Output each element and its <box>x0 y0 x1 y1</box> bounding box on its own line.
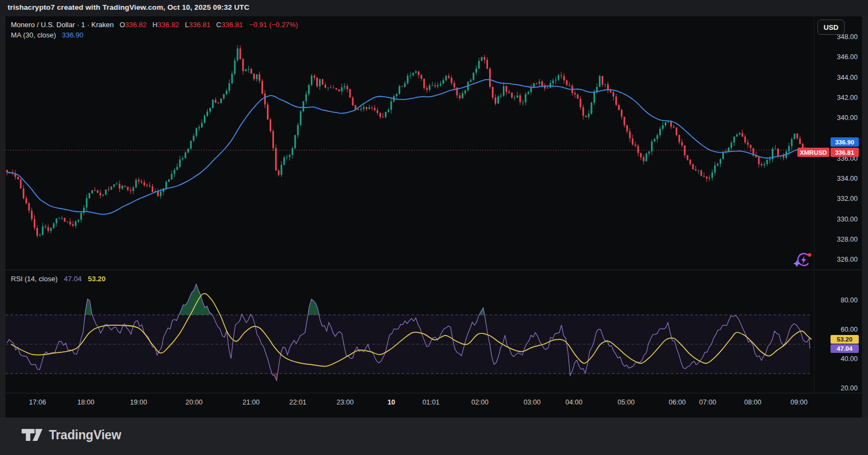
time-tick-label: 10 <box>388 399 395 406</box>
price-tick-label: 328.00 <box>837 236 858 243</box>
time-tick-label: 17:06 <box>29 399 46 406</box>
rsi-value: 47.04 <box>64 275 82 283</box>
attribution-text: trishacrypto7 created with TradingView.c… <box>8 3 249 11</box>
price-tick-label: 330.00 <box>837 216 858 223</box>
time-tick-label: 22:01 <box>289 399 306 406</box>
high-value: 336.82 <box>158 21 179 29</box>
time-tick-label: 18:00 <box>77 399 94 406</box>
rsi-badge: 47.04 <box>830 344 859 353</box>
ma-price-badge: 336.90 <box>830 137 859 147</box>
ai-assistant-icon[interactable] <box>792 250 813 269</box>
time-tick-label: 01:01 <box>422 399 439 406</box>
price-tick-label: 342.00 <box>837 94 858 102</box>
rsi-overbought-fill <box>179 284 212 315</box>
price-tick-label: 334.00 <box>837 175 858 182</box>
time-tick-label: 20:00 <box>185 399 202 406</box>
chart-panel: 348.00346.00344.00342.00340.00336.00334.… <box>5 16 862 418</box>
symbol-price-tag: XMRUSD <box>797 148 829 157</box>
ai-icon-dot <box>808 253 811 256</box>
ma-value: 336.90 <box>62 31 84 39</box>
close-value: 336.81 <box>221 21 243 29</box>
lightning-bolt-icon <box>801 256 806 264</box>
last-price-badge: 336.81 <box>830 148 859 157</box>
price-pane[interactable] <box>5 45 810 238</box>
rsi-ma-value: 53.20 <box>88 275 106 283</box>
time-tick-label: 02:00 <box>471 399 488 406</box>
rsi-tick-label: 20.00 <box>841 384 858 392</box>
high-label: H <box>152 21 157 29</box>
time-tick-label: 21:00 <box>242 399 259 406</box>
rsi-label: RSI (14, close) <box>11 275 58 283</box>
tradingview-logo[interactable]: TradingView <box>21 427 121 443</box>
rsi-tick-label: 40.00 <box>841 355 858 363</box>
rsi-pane[interactable] <box>5 284 811 381</box>
footer-bar: TradingView <box>0 418 868 455</box>
change-value: −0.91 (−0.27%) <box>249 21 298 29</box>
tradingview-wordmark: TradingView <box>49 428 121 443</box>
price-tick-label: 326.00 <box>837 256 858 263</box>
currency-toggle-button[interactable]: USD <box>817 20 845 35</box>
ma-line <box>7 79 808 214</box>
chart-canvas[interactable]: 348.00346.00344.00342.00340.00336.00334.… <box>5 16 862 418</box>
price-tick-label: 346.00 <box>837 53 858 61</box>
rsi-tick-label: 60.00 <box>841 326 858 333</box>
rsi-legend[interactable]: RSI (14, close) 47.04 53.20 <box>11 275 105 283</box>
rsi-tick-label: 80.00 <box>841 296 858 304</box>
price-tick-label: 340.00 <box>837 114 858 122</box>
tradingview-logomark <box>21 427 43 443</box>
price-tick-label: 332.00 <box>837 195 858 203</box>
time-tick-label: 09:00 <box>790 399 807 406</box>
time-tick-label: 19:00 <box>130 399 147 406</box>
open-value: 336.82 <box>125 21 147 29</box>
time-tick-label: 08:00 <box>744 399 761 406</box>
ma-legend[interactable]: MA (30, close) 336.90 <box>11 31 83 39</box>
time-tick-label: 06:00 <box>669 399 685 406</box>
ma-label: MA (30, close) <box>11 31 56 39</box>
time-scale[interactable]: 17:0618:0019:0020:0021:0022:0123:001001:… <box>29 399 807 406</box>
close-label: C <box>216 21 221 29</box>
time-tick-label: 23:00 <box>336 399 353 406</box>
sparkle-icon <box>794 260 801 267</box>
time-tick-label: 05:00 <box>617 399 634 406</box>
low-value: 336.81 <box>189 21 210 29</box>
open-label: O <box>120 21 125 29</box>
rsi-ma-badge: 53.20 <box>830 335 859 344</box>
price-tick-label: 344.00 <box>837 74 858 81</box>
time-tick-label: 03:00 <box>523 399 540 406</box>
symbol-legend[interactable]: Monero / U.S. Dollar · 1 · Kraken O336.8… <box>11 21 298 29</box>
time-tick-label: 04:00 <box>565 399 582 406</box>
time-tick-label: 07:00 <box>699 399 716 406</box>
attribution-bar: trishacrypto7 created with TradingView.c… <box>0 0 868 16</box>
symbol-title: Monero / U.S. Dollar · 1 · Kraken <box>11 21 114 29</box>
